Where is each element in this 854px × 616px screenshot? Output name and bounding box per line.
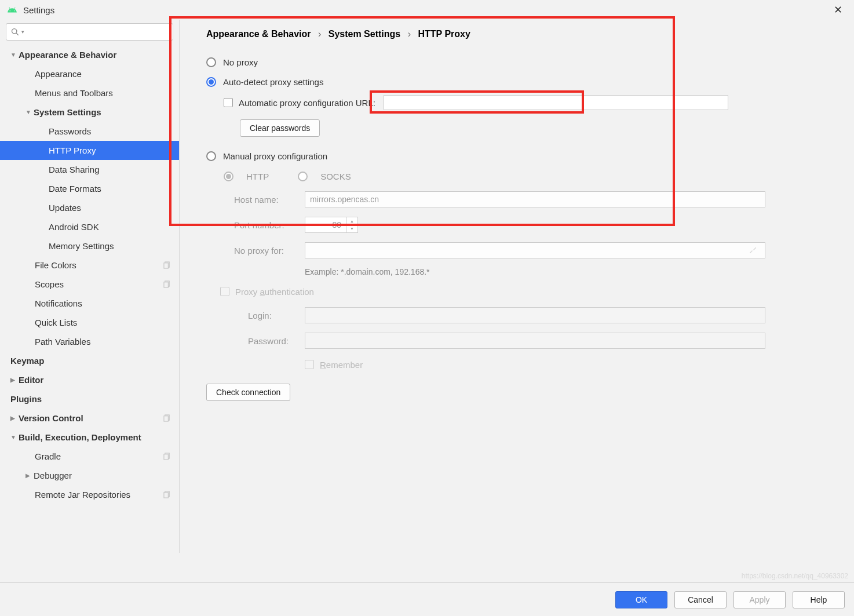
tree-arrow-icon: ▼ bbox=[10, 52, 16, 58]
tree-item-plugins[interactable]: Plugins bbox=[0, 389, 179, 409]
svg-rect-3 bbox=[164, 282, 168, 287]
chevron-right-icon: › bbox=[408, 29, 411, 39]
label-no-proxy: No proxy bbox=[223, 57, 258, 67]
cancel-button[interactable]: Cancel bbox=[674, 591, 727, 608]
tree-item-menus-and-toolbars[interactable]: Menus and Toolbars bbox=[0, 83, 179, 103]
tree-item-label: Data Sharing bbox=[49, 165, 100, 174]
tree-item-label: Version Control bbox=[19, 413, 83, 423]
tree-arrow-icon: ▼ bbox=[25, 109, 31, 115]
ok-button[interactable]: OK bbox=[615, 591, 667, 608]
label-no-proxy-for: No proxy for: bbox=[234, 246, 305, 256]
tree-item-remote-jar-repositories[interactable]: Remote Jar Repositories bbox=[0, 485, 179, 504]
search-icon bbox=[11, 28, 19, 36]
tree-item-keymap[interactable]: Keymap bbox=[0, 351, 179, 370]
label-login: Login: bbox=[248, 311, 305, 320]
expand-icon bbox=[750, 247, 757, 254]
label-password: Password: bbox=[248, 336, 305, 346]
radio-manual[interactable] bbox=[206, 151, 216, 161]
input-port: ▲▼ bbox=[305, 217, 358, 233]
window-title: Settings bbox=[23, 5, 54, 15]
label-socks: SOCKS bbox=[320, 172, 351, 181]
tree-item-scopes[interactable]: Scopes bbox=[0, 275, 179, 294]
checkbox-remember bbox=[305, 360, 314, 369]
tree-item-date-formats[interactable]: Date Formats bbox=[0, 179, 179, 198]
tree-item-updates[interactable]: Updates bbox=[0, 198, 179, 217]
hint-example: Example: *.domain.com, 192.168.* bbox=[305, 263, 842, 280]
search-input[interactable]: ▾ bbox=[6, 23, 173, 41]
tree-arrow-icon: ▶ bbox=[10, 377, 16, 383]
chevron-right-icon: › bbox=[318, 29, 321, 39]
watermark: https://blog.csdn.net/qq_40963302 bbox=[742, 572, 848, 580]
tree-item-label: System Settings bbox=[34, 107, 101, 117]
tree-item-appearance-behavior[interactable]: ▼Appearance & Behavior bbox=[0, 45, 179, 64]
tree-item-passwords[interactable]: Passwords bbox=[0, 122, 179, 141]
label-auto-url: Automatic proxy configuration URL: bbox=[239, 98, 375, 108]
svg-rect-9 bbox=[164, 493, 168, 498]
tree-item-label: File Colors bbox=[35, 260, 76, 270]
input-password bbox=[305, 333, 765, 349]
label-manual: Manual proxy configuration bbox=[223, 151, 327, 161]
tree-item-quick-lists[interactable]: Quick Lists bbox=[0, 313, 179, 332]
input-auto-url[interactable] bbox=[384, 95, 728, 110]
breadcrumb-a: Appearance & Behavior bbox=[206, 29, 311, 39]
titlebar: Settings ✕ bbox=[0, 0, 854, 20]
tree-item-label: Date Formats bbox=[49, 184, 101, 194]
tree-item-label: Android SDK bbox=[49, 222, 99, 232]
spinner-down-icon: ▼ bbox=[346, 225, 357, 233]
svg-rect-5 bbox=[164, 416, 168, 421]
tree-item-label: Debugger bbox=[34, 471, 72, 480]
tree-item-data-sharing[interactable]: Data Sharing bbox=[0, 160, 179, 179]
tree-item-label: Notifications bbox=[35, 298, 82, 308]
tree-item-gradle[interactable]: Gradle bbox=[0, 447, 179, 466]
tree-item-debugger[interactable]: ▶Debugger bbox=[0, 466, 179, 485]
tree-item-build-execution-deployment[interactable]: ▼Build, Execution, Deployment bbox=[0, 428, 179, 447]
breadcrumb-b: System Settings bbox=[329, 29, 400, 39]
android-icon bbox=[7, 5, 17, 15]
tree-item-path-variables[interactable]: Path Variables bbox=[0, 332, 179, 351]
tree-item-label: Path Variables bbox=[35, 337, 90, 347]
label-port: Port number: bbox=[234, 220, 305, 230]
tree-item-label: Appearance & Behavior bbox=[19, 50, 116, 60]
checkbox-auto-url[interactable] bbox=[224, 98, 233, 107]
input-no-proxy-for bbox=[305, 242, 765, 258]
check-connection-button[interactable]: Check connection bbox=[206, 384, 290, 401]
tree-arrow-icon: ▼ bbox=[10, 434, 16, 440]
input-login bbox=[305, 307, 765, 323]
tree-item-label: Memory Settings bbox=[49, 241, 114, 251]
sidebar: ▾ ▼Appearance & BehaviorAppearanceMenus … bbox=[0, 20, 180, 553]
close-icon[interactable]: ✕ bbox=[829, 1, 847, 19]
help-button[interactable]: Help bbox=[793, 591, 845, 608]
label-auth: Proxy authentication bbox=[235, 287, 314, 297]
tree-item-label: Gradle bbox=[35, 451, 61, 461]
tree-item-memory-settings[interactable]: Memory Settings bbox=[0, 236, 179, 256]
tree-item-editor[interactable]: ▶Editor bbox=[0, 370, 179, 389]
label-auto-detect: Auto-detect proxy settings bbox=[223, 77, 323, 87]
breadcrumb: Appearance & Behavior › System Settings … bbox=[206, 29, 842, 39]
radio-socks bbox=[298, 172, 308, 181]
tree-item-version-control[interactable]: ▶Version Control bbox=[0, 409, 179, 428]
tree-item-notifications[interactable]: Notifications bbox=[0, 294, 179, 313]
tree-arrow-icon: ▶ bbox=[25, 472, 31, 479]
radio-http bbox=[224, 172, 233, 181]
input-host bbox=[305, 191, 765, 207]
svg-rect-1 bbox=[164, 263, 168, 268]
tree-item-label: Remote Jar Repositories bbox=[35, 490, 130, 500]
tree-item-android-sdk[interactable]: Android SDK bbox=[0, 217, 179, 236]
clear-passwords-button[interactable]: Clear passwords bbox=[240, 119, 320, 137]
tree-item-label: Passwords bbox=[49, 126, 91, 136]
main-panel: Appearance & Behavior › System Settings … bbox=[180, 20, 854, 553]
tree-item-label: Scopes bbox=[35, 279, 64, 289]
radio-auto-detect[interactable] bbox=[206, 77, 216, 87]
tree-item-label: Menus and Toolbars bbox=[35, 88, 113, 98]
label-remember: Remember bbox=[320, 360, 363, 370]
tree-item-label: HTTP Proxy bbox=[49, 145, 96, 155]
apply-button: Apply bbox=[733, 591, 786, 608]
radio-no-proxy[interactable] bbox=[206, 57, 216, 67]
tree-item-appearance[interactable]: Appearance bbox=[0, 64, 179, 83]
tree-item-label: Updates bbox=[49, 203, 81, 213]
settings-tree: ▼Appearance & BehaviorAppearanceMenus an… bbox=[0, 45, 179, 544]
tree-item-system-settings[interactable]: ▼System Settings bbox=[0, 103, 179, 122]
tree-item-http-proxy[interactable]: HTTP Proxy bbox=[0, 141, 179, 160]
spinner-up-icon: ▲ bbox=[346, 217, 357, 225]
tree-item-file-colors[interactable]: File Colors bbox=[0, 256, 179, 275]
